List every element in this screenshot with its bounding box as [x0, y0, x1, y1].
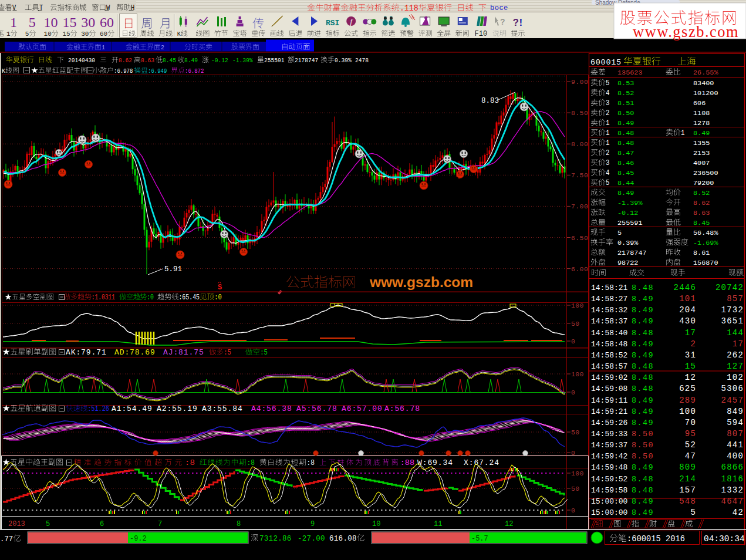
svg-text:5: 5	[617, 229, 622, 237]
svg-text:8.48: 8.48	[617, 139, 634, 147]
svg-text:14:58:52: 14:58:52	[591, 351, 627, 360]
svg-text:30: 30	[81, 30, 89, 38]
svg-text:2178747: 2178747	[295, 56, 318, 65]
svg-text:8.48: 8.48	[617, 129, 634, 137]
svg-text:2: 2	[690, 339, 696, 349]
svg-text:8.48: 8.48	[632, 362, 654, 371]
svg-text:17: 17	[685, 328, 696, 338]
svg-text:8.45: 8.45	[163, 56, 176, 65]
svg-text:0: 0	[571, 449, 575, 457]
svg-text:262: 262	[727, 350, 744, 360]
svg-text::600015: :600015	[627, 534, 661, 544]
svg-text::0: :0	[147, 294, 154, 302]
svg-text:www.gszb.com: www.gszb.com	[633, 23, 739, 41]
svg-text:A4:56.38: A4:56.38	[251, 404, 292, 413]
svg-text:8.49: 8.49	[632, 396, 654, 405]
svg-text:8.52: 8.52	[693, 189, 710, 197]
svg-text:8.61: 8.61	[693, 249, 710, 257]
svg-text:W:69.34: W:69.34	[417, 458, 453, 467]
svg-text:857: 857	[727, 294, 744, 303]
svg-text:A3:55.84: A3:55.84	[202, 404, 243, 413]
svg-text:14:59:08: 14:59:08	[591, 384, 627, 393]
svg-text:14:59:58: 14:59:58	[591, 486, 627, 495]
svg-text:1: 1	[606, 139, 610, 147]
svg-text:20742: 20742	[715, 283, 744, 292]
svg-text:52: 52	[685, 440, 696, 450]
svg-text:8.46: 8.46	[617, 159, 634, 167]
svg-text:127: 127	[727, 362, 744, 371]
svg-text:102: 102	[727, 373, 744, 382]
svg-text:A5:56.78: A5:56.78	[296, 404, 337, 413]
svg-text:98722: 98722	[617, 259, 638, 267]
svg-text:5306: 5306	[721, 384, 744, 393]
svg-text:A6:57.00: A6:57.00	[342, 404, 383, 413]
svg-text:15: 15	[62, 30, 70, 38]
svg-text:8.49: 8.49	[617, 189, 634, 197]
svg-text:15:00:00: 15:00:00	[591, 497, 627, 506]
svg-text:A1:54.49: A1:54.49	[112, 404, 153, 413]
svg-text:-0.12: -0.12	[617, 209, 638, 217]
svg-text:7.00: 7.00	[571, 203, 588, 210]
svg-text:4: 4	[606, 168, 610, 177]
svg-text:70: 70	[685, 418, 696, 427]
svg-text::6.872: :6.872	[185, 67, 204, 75]
svg-text:135623: 135623	[617, 69, 642, 77]
svg-text:?: ?	[500, 17, 505, 26]
svg-text:1732: 1732	[721, 305, 744, 315]
svg-text::5: :5	[224, 349, 231, 357]
svg-text:8.49: 8.49	[632, 407, 654, 416]
svg-text:A:56.78: A:56.78	[384, 404, 420, 413]
svg-text:14:58:27: 14:58:27	[591, 295, 627, 303]
svg-text:5: 5	[29, 15, 36, 30]
svg-text:1: 1	[10, 15, 17, 30]
svg-text:1: 1	[6, 30, 11, 38]
svg-text:6: 6	[100, 520, 104, 528]
svg-text:15: 15	[62, 15, 76, 30]
svg-text:5: 5	[606, 79, 610, 87]
svg-text:1278: 1278	[693, 119, 710, 127]
svg-text:8.00: 8.00	[571, 140, 588, 148]
svg-text:2153: 2153	[693, 149, 710, 157]
svg-text:14:58:32: 14:58:32	[591, 306, 627, 315]
svg-text:8.50: 8.50	[632, 430, 654, 438]
svg-text:807: 807	[727, 429, 744, 438]
svg-text:50: 50	[571, 320, 580, 328]
svg-text:14:59:48: 14:59:48	[591, 463, 627, 472]
svg-text:8.48: 8.48	[632, 329, 654, 338]
svg-text:6.00: 6.00	[571, 265, 588, 273]
svg-text:289: 289	[679, 396, 696, 405]
svg-text::88: :88	[400, 459, 414, 467]
svg-text:12: 12	[505, 520, 513, 528]
svg-text:14:58:57: 14:58:57	[591, 362, 627, 371]
svg-text:60: 60	[100, 30, 107, 38]
svg-text:1: 1	[102, 43, 105, 52]
svg-text:10: 10	[44, 30, 52, 38]
svg-text:849: 849	[727, 407, 744, 416]
svg-text:60: 60	[100, 15, 114, 30]
svg-text:6.50: 6.50	[571, 234, 588, 242]
svg-text:14:59:42: 14:59:42	[591, 452, 627, 461]
svg-text:14:59:11: 14:59:11	[591, 396, 628, 405]
svg-text:101200: 101200	[693, 89, 718, 97]
svg-text:594: 594	[727, 418, 744, 427]
svg-text:14:59:26: 14:59:26	[591, 419, 627, 427]
svg-text:8.49: 8.49	[617, 119, 634, 127]
svg-text:?: ?	[513, 17, 519, 28]
svg-text:0: 0	[571, 338, 575, 345]
svg-text:8.49: 8.49	[632, 419, 654, 427]
svg-text::5: :5	[260, 349, 268, 357]
svg-text:AK:79.71: AK:79.71	[66, 348, 107, 357]
svg-text:8.48: 8.48	[632, 384, 654, 393]
svg-text:5: 5	[25, 30, 29, 38]
svg-text:255591: 255591	[617, 219, 642, 227]
svg-text:204: 204	[679, 305, 696, 315]
svg-text:20140430: 20140430	[68, 56, 95, 65]
svg-text:14:58:40: 14:58:40	[591, 329, 627, 338]
svg-text:5: 5	[690, 508, 696, 517]
svg-text:0.39%: 0.39%	[335, 56, 352, 65]
svg-text:3651: 3651	[721, 316, 744, 326]
svg-text:K: K	[2, 67, 6, 75]
svg-text:X:67.24: X:67.24	[464, 458, 499, 467]
svg-text:50: 50	[571, 429, 580, 436]
svg-text:8.49: 8.49	[632, 317, 654, 326]
